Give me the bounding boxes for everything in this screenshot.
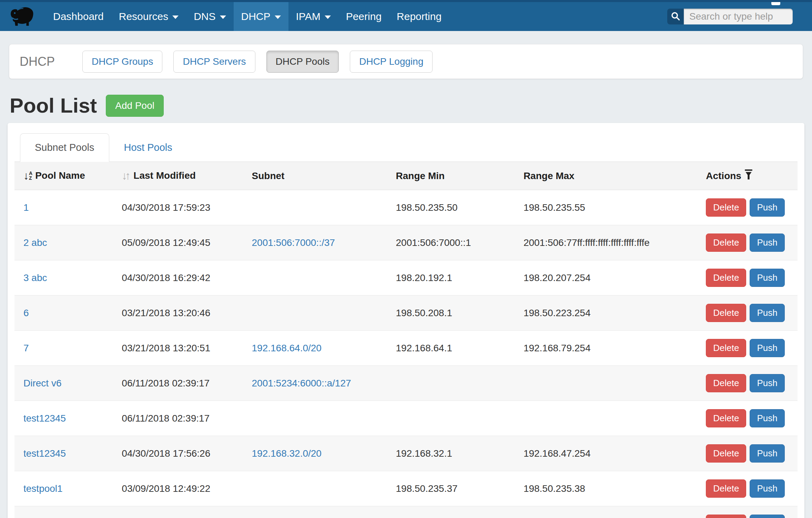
pool-name-link[interactable]: Direct v6 xyxy=(23,378,61,388)
range-min-cell: 2001:506:7000::1 xyxy=(390,225,518,260)
push-button[interactable]: Push xyxy=(750,269,784,287)
column-header-subnet: Subnet xyxy=(246,162,390,190)
range-max-cell: 192.168.47.254 xyxy=(518,436,700,471)
push-button[interactable]: Push xyxy=(750,198,784,217)
range-min-cell xyxy=(390,366,518,401)
range-max-cell: 198.50.235.38 xyxy=(518,471,700,506)
dhcp-groups-button[interactable]: DHCP Groups xyxy=(82,51,162,73)
dhcp-servers-button[interactable]: DHCP Servers xyxy=(173,51,255,73)
sort-icon: ↓↑ xyxy=(122,170,131,181)
column-header-range-min: Range Min xyxy=(390,162,518,190)
subnet-link[interactable]: 192.168.32.0/20 xyxy=(252,448,322,459)
range-min-cell xyxy=(390,401,518,436)
delete-button[interactable]: Delete xyxy=(706,198,746,217)
delete-button[interactable]: Delete xyxy=(706,339,746,357)
push-button[interactable]: Push xyxy=(750,479,784,498)
range-min-cell: 198.50.235.37 xyxy=(390,471,518,506)
subnet-link[interactable]: 2001:506:7000::/37 xyxy=(252,237,335,248)
dhcp-pools-button[interactable]: DHCP Pools xyxy=(266,51,339,73)
last-modified-cell: 05/09/2018 12:49:45 xyxy=(116,225,246,260)
column-header-pool-name[interactable]: ↓ AZ Pool Name xyxy=(14,162,116,190)
pool-list-panel: Subnet Pools Host Pools ↓ AZ Pool Name xyxy=(8,123,804,518)
pool-table: ↓ AZ Pool Name ↓↑ Last Modified Subnet xyxy=(14,162,798,518)
last-modified-cell: 04/27/2018 12:36:20 xyxy=(116,506,246,518)
pool-name-link[interactable]: 3 abc xyxy=(23,272,47,283)
nav-item-dhcp[interactable]: DHCP xyxy=(234,2,288,31)
pool-table-row: test12345 06/11/2018 02:39:17 Delete Pus… xyxy=(14,401,798,436)
pool-name-link[interactable]: test12345 xyxy=(23,413,66,424)
push-button[interactable]: Push xyxy=(750,234,784,252)
nav-label: Peering xyxy=(346,11,382,22)
top-navbar: Dashboard Resources DNS DHCP IPAM Peerin… xyxy=(0,0,812,31)
last-modified-cell: 03/21/2018 13:20:51 xyxy=(116,331,246,366)
pool-table-row: testpool1 03/09/2018 12:49:22 198.50.235… xyxy=(14,471,798,506)
nav-item-reporting[interactable]: Reporting xyxy=(389,2,449,31)
last-modified-cell: 06/11/2018 02:39:17 xyxy=(116,366,246,401)
pool-name-link[interactable]: 7 xyxy=(23,343,29,353)
range-min-cell: 198.50.235.29 xyxy=(390,506,518,518)
pool-table-row: 7 03/21/2018 13:20:51 192.168.64.0/20 19… xyxy=(14,331,798,366)
delete-button[interactable]: Delete xyxy=(706,515,746,518)
pool-name-link[interactable]: testpool1 xyxy=(23,483,63,494)
push-button[interactable]: Push xyxy=(750,444,784,463)
subnet-link[interactable]: 2001:5234:6000::a/127 xyxy=(252,378,351,388)
range-max-cell: 198.20.207.254 xyxy=(518,260,700,296)
tab-host-pools[interactable]: Host Pools xyxy=(109,133,187,162)
filter-icon[interactable] xyxy=(744,169,753,182)
caret-down-icon xyxy=(220,15,226,19)
last-modified-cell: 03/21/2018 13:20:46 xyxy=(116,296,246,331)
nav-label: Dashboard xyxy=(53,11,104,22)
nav-item-dashboard[interactable]: Dashboard xyxy=(45,2,111,31)
push-button[interactable]: Push xyxy=(750,515,784,518)
pool-table-row: test12345 04/30/2018 17:56:26 192.168.32… xyxy=(14,436,798,471)
delete-button[interactable]: Delete xyxy=(706,409,746,427)
delete-button[interactable]: Delete xyxy=(706,269,746,287)
range-min-cell: 198.50.208.1 xyxy=(390,296,518,331)
column-header-last-modified[interactable]: ↓↑ Last Modified xyxy=(116,162,246,190)
nav-item-peering[interactable]: Peering xyxy=(338,2,389,31)
nav-item-resources[interactable]: Resources xyxy=(111,2,186,31)
last-modified-cell: 06/11/2018 02:39:17 xyxy=(116,401,246,436)
range-max-cell: 198.50.235.55 xyxy=(518,190,700,225)
range-max-cell xyxy=(518,401,700,436)
range-min-cell: 192.168.64.1 xyxy=(390,331,518,366)
delete-button[interactable]: Delete xyxy=(706,479,746,498)
tab-subnet-pools[interactable]: Subnet Pools xyxy=(20,133,109,162)
nav-item-dns[interactable]: DNS xyxy=(186,2,233,31)
nav-label: Reporting xyxy=(397,11,441,22)
pool-table-row: 1 04/30/2018 17:59:23 198.50.235.50 198.… xyxy=(14,190,798,225)
delete-button[interactable]: Delete xyxy=(706,234,746,252)
nav-item-ipam[interactable]: IPAM xyxy=(288,2,338,31)
pool-table-row: TestPool1 04/27/2018 12:36:20 198.50.235… xyxy=(14,506,798,518)
nav-label: IPAM xyxy=(296,11,321,22)
delete-button[interactable]: Delete xyxy=(706,444,746,463)
push-button[interactable]: Push xyxy=(750,374,784,392)
pool-name-link[interactable]: 1 xyxy=(23,202,29,213)
caret-down-icon xyxy=(325,15,331,19)
pool-table-body: 1 04/30/2018 17:59:23 198.50.235.50 198.… xyxy=(14,190,798,518)
sort-alpha-asc-icon: ↓ AZ xyxy=(23,170,32,181)
delete-button[interactable]: Delete xyxy=(706,374,746,392)
search-button[interactable] xyxy=(667,9,684,24)
push-button[interactable]: Push xyxy=(750,304,784,322)
pool-name-link[interactable]: 2 abc xyxy=(23,237,47,248)
brand-logo[interactable] xyxy=(0,2,45,31)
range-max-cell: 198.50.235.30 xyxy=(518,506,700,518)
delete-button[interactable]: Delete xyxy=(706,304,746,322)
nav-label: DHCP xyxy=(241,11,271,22)
pool-name-link[interactable]: test12345 xyxy=(23,448,66,459)
last-modified-cell: 04/30/2018 17:56:26 xyxy=(116,436,246,471)
search-input[interactable] xyxy=(684,9,793,24)
subnet-link[interactable]: 192.168.64.0/20 xyxy=(252,343,322,353)
window-artifact xyxy=(771,2,780,5)
caret-down-icon xyxy=(172,15,179,19)
push-button[interactable]: Push xyxy=(750,339,784,357)
push-button[interactable]: Push xyxy=(750,409,784,427)
nav-label: DNS xyxy=(194,11,215,22)
pool-name-link[interactable]: 6 xyxy=(23,308,29,318)
caret-down-icon xyxy=(275,15,281,19)
mammoth-logo-icon xyxy=(9,5,37,28)
add-pool-button[interactable]: Add Pool xyxy=(106,95,164,117)
range-min-cell: 192.168.32.1 xyxy=(390,436,518,471)
dhcp-logging-button[interactable]: DHCP Logging xyxy=(350,51,433,73)
